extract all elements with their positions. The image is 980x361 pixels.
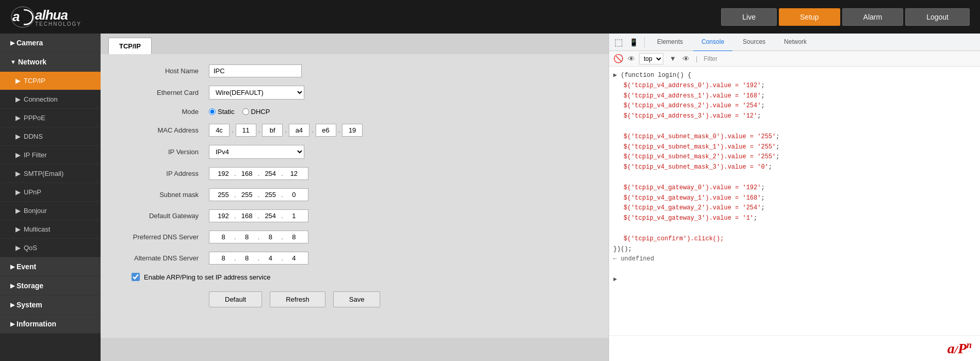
code-line-3: $('tcpip_v4_address_1').value = '168';	[613, 91, 976, 102]
mac-field-4[interactable]	[316, 124, 336, 137]
eye-filter-icon[interactable]: 👁	[682, 55, 690, 63]
refresh-button[interactable]: Refresh	[270, 291, 325, 307]
mac-label: MAC Address	[116, 126, 199, 134]
ethernet-card-row: Ethernet Card Wire(DEFAULT) Wire	[116, 86, 593, 100]
mac-sep-3: .	[312, 126, 314, 134]
save-button[interactable]: Save	[333, 291, 381, 307]
storage-collapse-icon: ▶	[10, 283, 14, 289]
sidebar-item-pppoe[interactable]: ▶ PPPoE	[0, 109, 101, 127]
default-button[interactable]: Default	[209, 291, 262, 307]
arp-checkbox[interactable]	[132, 273, 140, 281]
eye-icon[interactable]: 👁	[628, 55, 635, 63]
pdns-2[interactable]	[260, 232, 280, 242]
tab-network[interactable]: Network	[776, 34, 815, 52]
context-select[interactable]: top	[639, 53, 663, 64]
alternate-dns-fields: . . .	[209, 252, 308, 265]
code-line-10: $('tcpip_v4_gateway_0').value = '192';	[613, 183, 976, 193]
sidebar-label-storage: Storage	[17, 282, 43, 290]
setup-button[interactable]: Setup	[779, 8, 840, 26]
mac-field-0[interactable]	[209, 124, 230, 137]
adns-2[interactable]	[260, 253, 280, 263]
subnet-1[interactable]	[237, 190, 257, 200]
sidebar-item-connection[interactable]: ▶ Connection	[0, 90, 101, 109]
gw-2[interactable]	[260, 211, 280, 221]
devtools-select-icon[interactable]: ⬚	[612, 37, 625, 48]
code-line-13: $('tcpip_v4_gateway_3').value = '1';	[613, 214, 976, 224]
host-name-input[interactable]	[209, 64, 302, 77]
gw-3[interactable]	[284, 211, 304, 221]
adns-0[interactable]	[214, 253, 233, 263]
ip-version-select[interactable]: IPv4 IPv6	[209, 145, 304, 159]
mac-sep-4: .	[338, 126, 340, 134]
sidebar-item-network[interactable]: ▼ Network	[0, 53, 101, 72]
sidebar-item-ddns[interactable]: ▶ DDNS	[0, 127, 101, 146]
content-inner: TCP/IP Host Name Ethernet Card Wire(DEFA…	[101, 34, 609, 361]
adns-1[interactable]	[237, 253, 257, 263]
code-blank-1	[613, 122, 976, 132]
sidebar-item-bonjour[interactable]: ▶ Bonjour	[0, 202, 101, 220]
tab-bar: TCP/IP	[101, 34, 609, 54]
sidebar-item-smtp[interactable]: ▶ SMTP(Email)	[0, 165, 101, 183]
mac-field-3[interactable]	[289, 124, 309, 137]
mac-field-5[interactable]	[342, 124, 363, 137]
pdns-1[interactable]	[237, 232, 257, 242]
sidebar-item-tcpip[interactable]: ▶ TCP/IP	[0, 72, 101, 90]
pdns-0[interactable]	[214, 232, 233, 242]
logout-button[interactable]: Logout	[905, 8, 970, 26]
gw-1[interactable]	[237, 211, 257, 221]
sidebar-label-ipfilter: IP Filter	[24, 151, 47, 159]
ip-addr-2[interactable]	[260, 169, 280, 178]
sidebar-item-event[interactable]: ▶ Event	[0, 257, 101, 276]
sidebar-item-storage[interactable]: ▶ Storage	[0, 276, 101, 296]
devtools-top-bar: ⬚ 📱 Elements Console Sources Network	[609, 34, 980, 51]
devtools-mobile-icon[interactable]: 📱	[627, 38, 640, 46]
mac-field-1[interactable]	[236, 124, 256, 137]
sidebar-item-camera[interactable]: ▶ Camera	[0, 34, 101, 53]
tcpip-arrow: ▶	[15, 77, 21, 85]
block-icon[interactable]: 🚫	[613, 54, 624, 63]
sidebar-item-information[interactable]: ▶ Information	[0, 315, 101, 334]
logo-a: a	[948, 340, 955, 356]
live-button[interactable]: Live	[721, 8, 777, 26]
smtp-arrow: ▶	[15, 170, 21, 177]
code-prompt: ►	[613, 275, 976, 285]
sidebar-item-ipfilter[interactable]: ▶ IP Filter	[0, 146, 101, 165]
sidebar-item-qos[interactable]: ▶ QoS	[0, 239, 101, 257]
logo-mark: n	[967, 340, 972, 350]
alarm-button[interactable]: Alarm	[842, 8, 904, 26]
devtools-bottom: a/Pn	[609, 335, 980, 361]
ddns-arrow: ▶	[15, 133, 21, 140]
gw-0[interactable]	[214, 211, 233, 221]
ip-addr-3[interactable]	[284, 169, 304, 178]
subnet-3[interactable]	[284, 190, 304, 200]
devtools-console-content[interactable]: ▶ (function login() { $('tcpip_v4_addres…	[609, 67, 980, 335]
bonjour-arrow: ▶	[15, 207, 21, 215]
static-radio[interactable]	[209, 108, 216, 115]
code-blank-3	[613, 224, 976, 234]
tab-sources[interactable]: Sources	[734, 34, 774, 52]
mac-fields: . . . . .	[209, 124, 363, 137]
gw-sep-0: .	[234, 212, 236, 220]
sidebar-item-upnp[interactable]: ▶ UPnP	[0, 183, 101, 202]
pdns-3[interactable]	[284, 232, 304, 242]
adns-3[interactable]	[284, 253, 304, 263]
ethernet-card-select[interactable]: Wire(DEFAULT) Wire	[209, 86, 304, 100]
ip-addr-0[interactable]	[214, 169, 233, 178]
mac-field-2[interactable]	[262, 124, 283, 137]
subnet-2[interactable]	[260, 190, 280, 200]
connection-arrow: ▶	[15, 95, 21, 103]
dhcp-radio[interactable]	[242, 108, 249, 115]
dhcp-radio-label[interactable]: DHCP	[242, 108, 270, 116]
static-radio-label[interactable]: Static	[209, 108, 235, 116]
tab-console[interactable]: Console	[693, 34, 732, 52]
tab-tcpip[interactable]: TCP/IP	[108, 38, 152, 54]
sidebar-item-system[interactable]: ▶ System	[0, 296, 101, 315]
subnet-0[interactable]	[214, 190, 233, 200]
code-line-12: $('tcpip_v4_gateway_2').value = '254';	[613, 203, 976, 214]
tab-elements[interactable]: Elements	[649, 34, 691, 52]
divider-1	[644, 37, 645, 47]
arp-checkbox-row: Enable ARP/Ping to set IP address servic…	[132, 273, 593, 281]
ip-addr-1[interactable]	[237, 169, 257, 178]
sidebar-item-multicast[interactable]: ▶ Multicast	[0, 220, 101, 239]
code-line-1: ▶ (function login() {	[613, 71, 976, 81]
